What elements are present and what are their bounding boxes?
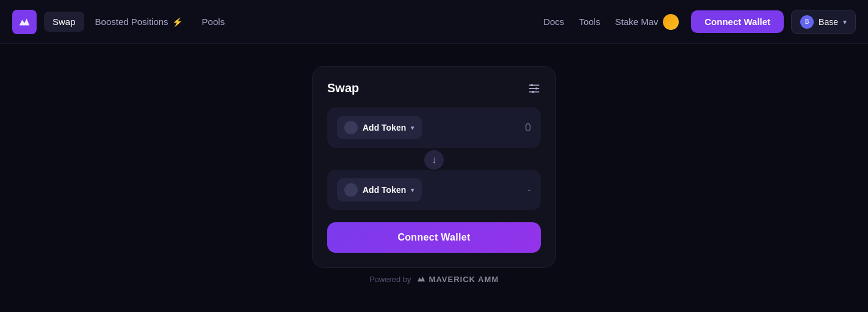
svg-point-5 (532, 90, 534, 93)
svg-point-3 (531, 84, 533, 86)
nav-pools-label: Pools (202, 16, 225, 27)
mav-token-icon (663, 14, 679, 30)
network-name: Base (819, 17, 838, 27)
network-icon: B (800, 15, 814, 29)
nav-swap[interactable]: Swap (44, 12, 84, 32)
token-to-selector[interactable]: Add Token ▾ (337, 178, 422, 201)
nav-tools[interactable]: Tools (579, 16, 600, 27)
swap-card: Swap Add Token ▾ 0 (312, 66, 556, 268)
token-from-icon (344, 121, 358, 134)
nav-stake-mav-label: Stake Mav (615, 16, 658, 27)
app-logo[interactable] (12, 10, 37, 34)
token-from-chevron-icon: ▾ (411, 124, 414, 132)
token-to-icon (344, 183, 358, 197)
navbar: Swap Boosted Positions ⚡ Pools Docs Tool… (0, 0, 868, 44)
nav-swap-label: Swap (52, 16, 76, 27)
token-to-chevron-icon: ▾ (411, 186, 414, 194)
main-content: Swap Add Token ▾ 0 (0, 44, 868, 312)
token-from-selector[interactable]: Add Token ▾ (337, 116, 422, 139)
footer: Powered by MAVERICK AMM (363, 268, 505, 290)
connect-wallet-button[interactable]: Connect Wallet (691, 10, 784, 33)
token-to-label: Add Token (363, 185, 406, 195)
nav-boosted-positions[interactable]: Boosted Positions ⚡ (87, 12, 191, 32)
svg-point-4 (535, 87, 538, 90)
swap-arrow-icon: ↓ (432, 154, 436, 165)
nav-boosted-label: Boosted Positions (95, 16, 168, 27)
token-to-amount[interactable]: - (527, 184, 531, 197)
token-to-input: Add Token ▾ - (327, 170, 541, 210)
nav-links-right: Docs Tools Stake Mav (543, 14, 679, 30)
swap-direction-button[interactable]: ↓ (423, 149, 445, 171)
token-from-label: Add Token (363, 123, 406, 132)
nav-stake-mav[interactable]: Stake Mav (615, 14, 679, 30)
chevron-down-icon: ▾ (843, 18, 847, 26)
token-from-amount[interactable]: 0 (525, 122, 531, 134)
swap-card-title: Swap (327, 81, 359, 95)
connect-wallet-card-button[interactable]: Connect Wallet (327, 222, 541, 253)
nav-pools[interactable]: Pools (193, 12, 234, 32)
swap-arrow-wrapper: ↓ (327, 149, 541, 171)
nav-docs[interactable]: Docs (543, 16, 564, 27)
powered-by-text: Powered by (369, 275, 411, 284)
swap-card-header: Swap (327, 81, 541, 95)
network-icon-text: B (805, 18, 809, 25)
token-from-input: Add Token ▾ 0 (327, 107, 541, 148)
maverick-brand-text: MAVERICK AMM (429, 275, 499, 284)
nav-links-left: Swap Boosted Positions ⚡ Pools (44, 12, 543, 32)
network-selector[interactable]: B Base ▾ (791, 10, 856, 34)
settings-button[interactable] (527, 82, 541, 95)
maverick-brand: MAVERICK AMM (416, 274, 499, 284)
boost-icon: ⚡ (172, 17, 183, 27)
